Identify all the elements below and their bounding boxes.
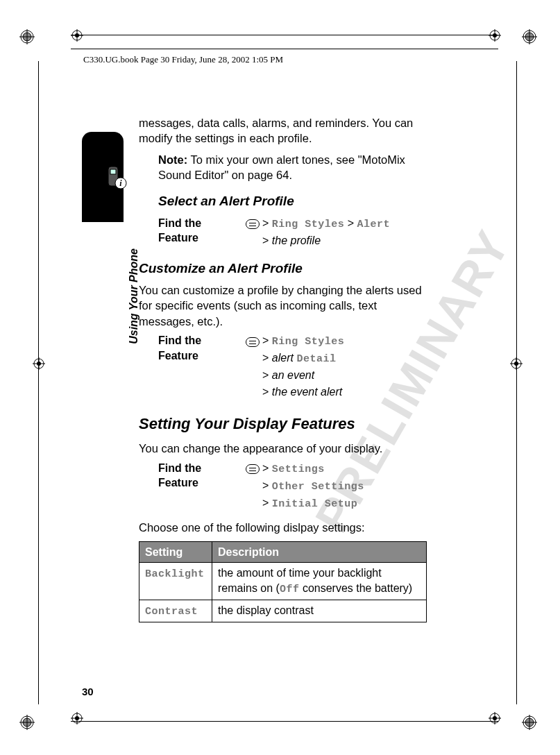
info-phone-icon: i [104,165,129,190]
reg-mark-icon [522,715,536,729]
crop-target-icon [33,357,45,373]
page: C330.UG.book Page 30 Friday, June 28, 20… [28,14,527,729]
setting-desc: the display contrast [212,600,427,622]
crop-target-icon [510,357,523,373]
menu-key-icon [243,461,262,476]
setting-name: Contrast [145,606,198,618]
find-feature-label: Find the Feature [139,461,243,491]
menu-key-icon [243,333,262,348]
note-label: Note: [158,153,187,166]
setting-desc: the amount of time your backlight remain… [212,563,427,600]
crop-target-icon [489,29,501,44]
find-feature-label: Find the Feature [139,333,243,363]
find-feature-row: Find the Feature > Settings > Other Sett… [139,461,427,514]
table-header-row: Setting Description [139,541,427,563]
header-rule [71,49,498,49]
crop-target-icon [489,712,501,727]
crop-line [71,35,498,35]
find-feature-row: Find the Feature > Ring Styles > alert D… [139,333,427,401]
body-content: messages, data calls, alarms, and remind… [139,111,427,622]
intro-paragraph: messages, data calls, alarms, and remind… [139,115,427,146]
find-feature-row: Find the Feature > Ring Styles > Alert >… [139,216,427,250]
crop-target-icon [71,29,83,44]
reg-mark-icon [19,29,33,43]
table-row: Contrast the display contrast [139,600,427,622]
heading-select-alert: Select an Alert Profile [158,192,427,210]
display-body: You can change the appearance of your di… [139,441,427,456]
col-description: Description [212,541,427,563]
crop-target-icon [71,712,83,727]
find-feature-steps: > Settings > Other Settings > Initial Se… [262,461,427,514]
table-row: Backlight the amount of time your backli… [139,563,427,600]
find-feature-steps: > Ring Styles > alert Detail > an event … [262,333,427,401]
find-feature-steps: > Ring Styles > Alert > the profile [262,216,427,250]
heading-customize-alert: Customize an Alert Profile [139,260,427,278]
note-text: To mix your own alert tones, see "MotoMi… [158,153,405,181]
crop-line [516,61,517,704]
page-number: 30 [82,686,94,697]
reg-mark-icon [522,29,536,43]
running-header: C330.UG.book Page 30 Friday, June 28, 20… [83,54,283,65]
reg-mark-icon [19,715,33,729]
note-block: Note: To mix your own alert tones, see "… [158,152,427,183]
menu-key-icon [243,216,262,231]
find-feature-label: Find the Feature [139,216,243,246]
setting-name: Backlight [145,568,205,580]
crop-line [71,721,498,722]
crop-line [38,61,39,704]
customize-body: You can customize a profile by changing … [139,282,427,329]
display-body2: Choose one of the following dislpay sett… [139,520,427,535]
settings-table: Setting Description Backlight the amount… [139,541,427,623]
svg-rect-41 [110,169,116,174]
heading-display-features: Setting Your Display Features [139,414,427,434]
col-setting: Setting [139,541,212,563]
